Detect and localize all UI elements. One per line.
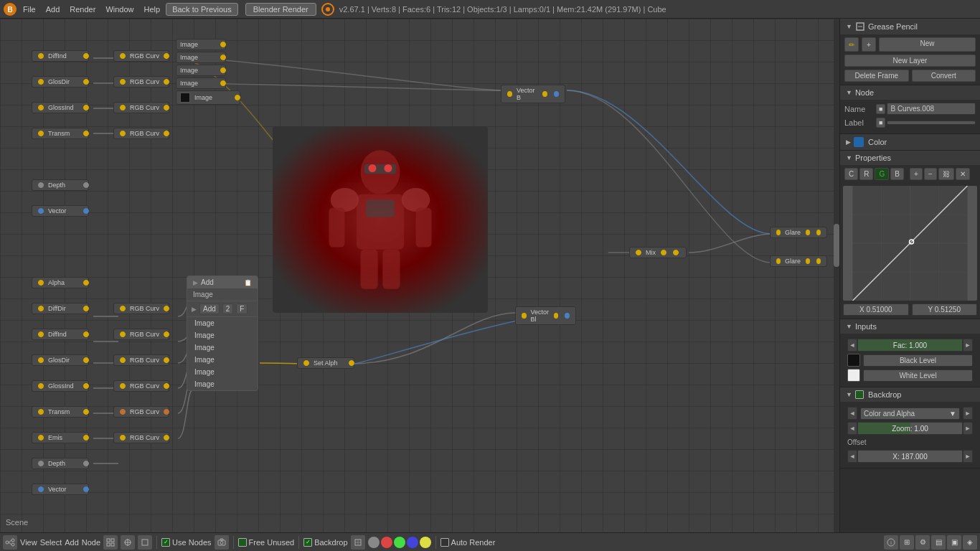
white-level-swatch[interactable]	[847, 369, 860, 382]
backdrop-check[interactable]: ✓ Backdrop	[303, 538, 347, 547]
circle-blue[interactable]	[407, 537, 418, 548]
view-icon-3[interactable]	[138, 535, 152, 550]
channel-b-btn[interactable]: B	[890, 168, 904, 180]
node-emis[interactable]: Emis	[32, 432, 89, 443]
node-editor[interactable]: DiffInd GlosDir GlossInd Transm Depth Ve…	[0, 19, 839, 532]
node-editor-scrollbar[interactable]	[834, 19, 839, 532]
grid-icon-btn[interactable]: ⊞	[900, 535, 914, 550]
backdrop-checkbox[interactable]	[855, 390, 864, 399]
node-name-value[interactable]: B Curves.008	[887, 103, 976, 115]
new-layer-button[interactable]: New Layer	[844, 55, 976, 67]
black-level-swatch[interactable]	[847, 354, 860, 367]
close-btn[interactable]: ✕	[956, 168, 970, 180]
node-rgb-curv-b4[interactable]: RGB Curv	[113, 380, 169, 392]
y-coord[interactable]: Y 0.51250	[912, 303, 978, 316]
select-menu[interactable]: Select	[40, 538, 62, 547]
auto-render-checkbox[interactable]	[440, 538, 449, 547]
node-vector-b[interactable]: Vector B	[501, 85, 565, 103]
popup-image-5[interactable]: Image	[187, 366, 258, 378]
node-rgb-curv-b3[interactable]: RGB Curv	[113, 354, 169, 366]
node-rgb-curv-3[interactable]: RGB Curv	[113, 102, 169, 113]
grease-pencil-header[interactable]: ▼ Grease Pencil	[840, 19, 980, 34]
info-icon-btn[interactable]: i	[884, 535, 898, 550]
fac-decrement-btn[interactable]: ◄	[847, 339, 857, 352]
node-mix[interactable]: Mix	[629, 247, 687, 258]
node-glare-1[interactable]: Glare	[770, 227, 827, 238]
image-node-4[interactable]: Image	[176, 77, 226, 89]
image-node-3[interactable]: Image	[176, 65, 226, 76]
node-glossind[interactable]: GlossInd	[32, 102, 89, 113]
add-btn[interactable]: Add	[199, 303, 220, 314]
circle-yellow[interactable]	[420, 537, 431, 548]
color-alpha-next-btn[interactable]: ►	[963, 407, 973, 420]
color-header[interactable]: ▶ Color	[840, 134, 980, 150]
pencil-icon-btn[interactable]: ✏	[844, 37, 859, 52]
x-offset-decrement-btn[interactable]: ◄	[847, 450, 857, 463]
zoom-minus-btn[interactable]: −	[924, 168, 937, 180]
back-to-previous-button[interactable]: Back to Previous	[166, 3, 238, 16]
zoom-increment-btn[interactable]: ►	[963, 422, 973, 435]
zoom-add-btn[interactable]: +	[910, 168, 923, 180]
popup-image-2[interactable]: Image	[187, 329, 258, 342]
color-alpha-prev-btn[interactable]: ◄	[847, 407, 857, 420]
scrollbar-thumb[interactable]	[834, 224, 839, 267]
node-rgb-curv-2[interactable]: RGB Curv	[113, 76, 169, 88]
node-rgb-curv-4[interactable]: RGB Curv	[113, 128, 169, 139]
node-diffind-2[interactable]: DiffInd	[32, 329, 89, 340]
popup-image-4[interactable]: Image	[187, 354, 258, 366]
node-rgb-curv-b2[interactable]: RGB Curv	[113, 329, 169, 340]
node-rgb-curv-orange[interactable]: RGB Curv	[113, 406, 169, 418]
node-glossdir[interactable]: GlosDir	[32, 76, 89, 88]
use-nodes-check[interactable]: ✓ Use Nodes	[161, 538, 211, 547]
zoom-slider[interactable]: Zoom: 1.00	[857, 422, 963, 435]
node-alpha[interactable]: Alpha	[32, 277, 89, 288]
channel-g-btn[interactable]: G	[875, 168, 889, 180]
node-rgb-curv-1[interactable]: RGB Curv	[113, 50, 169, 62]
node-vector-bl[interactable]: Vector Bl	[515, 306, 576, 325]
node-vector-2[interactable]: Vector	[32, 484, 89, 495]
use-nodes-checkbox[interactable]: ✓	[161, 538, 170, 547]
inputs-header[interactable]: ▼ Inputs	[840, 319, 980, 334]
menu-window[interactable]: Window	[101, 4, 138, 15]
curve-graph[interactable]	[843, 186, 977, 301]
node-rgb-curv-b1[interactable]: RGB Curv	[113, 303, 169, 314]
popup-image-3[interactable]: Image	[187, 342, 258, 354]
layer-icon-btn[interactable]: ▤	[931, 535, 946, 550]
camera-btn-1[interactable]	[351, 535, 365, 550]
menu-file[interactable]: File	[19, 4, 40, 15]
circle-gray[interactable]	[368, 537, 380, 548]
image-node-5[interactable]: Image	[176, 90, 240, 105]
image-node-1[interactable]: Image	[176, 39, 226, 50]
view-icon-2[interactable]	[121, 535, 135, 550]
label-value[interactable]	[887, 121, 976, 125]
properties-header[interactable]: ▼ Properties	[840, 151, 980, 165]
link-btn[interactable]: ⛓	[938, 168, 954, 180]
node-rgb-curv-b5[interactable]: RGB Curv	[113, 432, 169, 443]
x-offset-slider[interactable]: X: 187.000	[857, 450, 963, 463]
node-diffind[interactable]: DiffInd	[32, 50, 89, 62]
settings-icon-btn[interactable]: ⚙	[915, 535, 930, 550]
camera-icon-btn[interactable]	[215, 535, 229, 550]
node-set-alpha[interactable]: Set Alph	[297, 357, 354, 369]
delete-frame-button[interactable]: Delete Frame	[844, 70, 909, 82]
fac-slider[interactable]: Fac: 1.000	[857, 339, 963, 352]
menu-render[interactable]: Render	[65, 4, 100, 15]
circle-red[interactable]	[381, 537, 392, 548]
color-alpha-dropdown[interactable]: Color and Alpha ▼	[860, 408, 960, 420]
free-unused-checkbox[interactable]	[238, 538, 247, 547]
node-glossdir-2[interactable]: GlosDir	[32, 354, 89, 366]
x-offset-increment-btn[interactable]: ►	[963, 450, 973, 463]
node-depth-2[interactable]: Depth	[32, 458, 89, 469]
render-engine-button[interactable]: Blender Render	[245, 3, 316, 16]
convert-button[interactable]: Convert	[912, 70, 976, 82]
menu-add[interactable]: Add	[42, 4, 65, 15]
display-icon-btn[interactable]: ◈	[963, 535, 977, 550]
view-icon-1[interactable]	[103, 535, 118, 550]
node-diffdir[interactable]: DiffDir	[32, 303, 89, 314]
plus-icon-btn[interactable]: +	[862, 37, 876, 52]
popup-image-1[interactable]: Image	[187, 317, 258, 329]
node-header[interactable]: ▼ Node	[840, 85, 980, 100]
add-node-popup[interactable]: ▶ Add 📋 Image ▶ Add 2 F Image Image Imag…	[187, 276, 258, 391]
auto-render-check[interactable]: Auto Render	[440, 538, 496, 547]
node-glare-2[interactable]: Glare	[770, 255, 827, 267]
